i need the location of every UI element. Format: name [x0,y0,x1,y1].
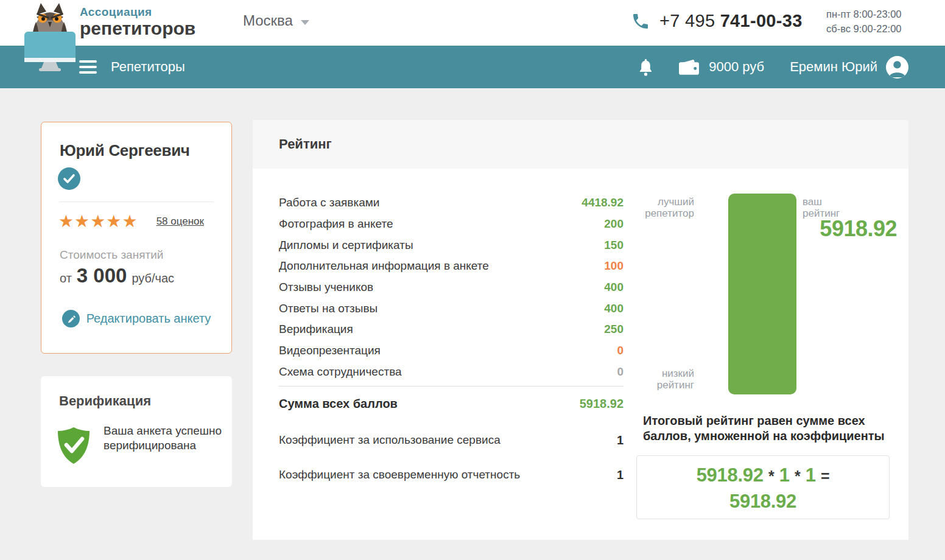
rating-row-value: 400 [604,302,624,315]
nav-item-tutors[interactable]: Репетиторы [111,59,185,75]
pencil-icon [62,310,80,327]
coefficient-row: Коэффициент за своевременную отчетность … [279,464,624,486]
low-rating-label: низкий рейтинг [643,368,694,391]
verification-text: Ваша анкета успешно верифицирована [104,424,222,453]
rating-row: Ответы на отзывы400 [279,298,624,319]
rating-row-label: Ответы на отзывы [279,302,378,315]
rating-title: Рейтинг [253,120,908,169]
rating-row-value: 400 [604,281,624,294]
rating-row: Фотография в анкете200 [279,214,624,235]
rating-row-label: Фотография в анкете [279,217,393,231]
menu-hamburger-icon[interactable] [79,60,97,74]
price-line: от 3 000 руб/час [60,264,174,287]
rating-row-value: 100 [604,259,624,273]
bell-icon [638,58,653,76]
rating-row-value: 4418.92 [581,196,624,209]
coefficient-value: 1 [617,433,624,447]
rating-row-label: Отзывы учеников [279,281,373,294]
rating-row-label: Видеопрезентация [279,344,381,357]
working-hours: пн-пт 8:00-23:00 сб-вс 9:00-22:00 [826,7,902,36]
rating-row: Видеопрезентация0 [279,340,624,362]
coefficient-label: Коэффициент за своевременную отчетность [279,468,520,481]
rating-row: Дополнительная информация в анкете100 [279,256,624,277]
logo-line2: репетиторов [80,19,195,38]
phone-icon [631,12,650,31]
profile-menu-button[interactable] [886,56,908,79]
balance-amount[interactable]: 9000 руб [709,59,764,75]
main-navbar: Репетиторы 9000 руб Еремин Юрий [0,46,945,88]
rating-row: Дипломы и сертификаты150 [279,234,624,256]
profile-name: Юрий Сергеевич [60,141,190,160]
rating-formula-caption: Итоговый рейтинг равен сумме всех баллов… [643,413,891,444]
rating-row-value: 150 [604,239,624,252]
price-from: от [60,271,72,285]
edit-profile-label: Редактировать анкету [86,312,211,326]
wallet-button[interactable] [678,58,700,76]
total-value: 5918.92 [580,397,624,411]
divider [279,386,624,387]
star-rating: ★★★★★ [58,212,138,231]
coefficient-row: Коэффициент за использование сервиса 1 [279,429,624,451]
city-label: Москва [243,12,293,29]
rating-row-label: Схема сотрудничества [279,365,402,379]
avatar-icon [886,56,908,79]
rating-bar-labels: лучший репетитор низкий рейтинг [643,194,711,394]
city-selector[interactable]: Москва [243,12,309,29]
rating-row: Работа с заявками4418.92 [279,192,624,214]
coefficient-value: 1 [617,468,624,482]
price-unit: руб/час [132,271,174,285]
ratings-count-link[interactable]: 58 оценок [156,215,204,228]
rating-row-label: Дипломы и сертификаты [279,239,413,252]
verified-check-icon [58,167,80,190]
total-label: Сумма всех баллов [279,397,398,411]
rating-card: Рейтинг Работа с заявками4418.92Фотограф… [253,120,908,540]
logo-line1: Ассоциация [80,5,195,19]
best-tutor-label: лучший репетитор [643,196,694,219]
divider [60,201,213,202]
price-value: 3 000 [77,264,127,287]
formula-line-2: 5918.92 [637,489,889,514]
wallet-icon [678,58,700,76]
rating-row-value: 250 [604,323,624,336]
rating-row-label: Верификация [279,323,353,336]
total-row: Сумма всех баллов 5918.92 [279,393,624,415]
rating-row-value: 0 [617,365,624,379]
profile-card: Юрий Сергеевич ★★★★★ 58 оценок Стоимость… [41,122,232,354]
logo-owl-icon[interactable] [22,1,78,73]
rating-row: Отзывы учеников400 [279,277,624,298]
verification-card: Верификация Ваша анкета успешно верифици… [41,376,232,487]
rating-score-table: Работа с заявками4418.92Фотография в анк… [279,192,624,382]
coefficient-label: Коэффициент за использование сервиса [279,433,501,447]
rating-row-value: 200 [604,217,624,231]
logo-text[interactable]: Ассоциация репетиторов [80,5,195,38]
phone-block[interactable]: +7 495 741-00-33 [631,11,803,31]
chevron-down-icon [301,20,309,25]
shield-check-icon [57,426,91,465]
rating-bar [728,194,796,394]
rating-row-label: Дополнительная информация в анкете [279,259,489,273]
price-label: Стоимость занятий [60,248,163,262]
phone-number: +7 495 741-00-33 [659,11,803,31]
notifications-button[interactable] [638,58,653,76]
formula-line-1: 5918.92 * 1 * 1 = [637,463,889,489]
hours-weekdays: пн-пт 8:00-23:00 [826,7,902,21]
your-rating-value: 5918.92 [820,216,897,242]
rating-row-label: Работа с заявками [279,196,379,209]
hours-weekend: сб-вс 9:00-22:00 [826,21,902,36]
rating-row-value: 0 [617,344,624,357]
user-name[interactable]: Еремин Юрий [790,59,877,75]
rating-formula-box: 5918.92 * 1 * 1 = 5918.92 [636,455,890,519]
edit-profile-link[interactable]: Редактировать анкету [41,310,231,327]
verification-title: Верификация [59,393,151,409]
rating-row: Схема сотрудничества0 [279,362,624,383]
rating-row: Верификация250 [279,319,624,340]
